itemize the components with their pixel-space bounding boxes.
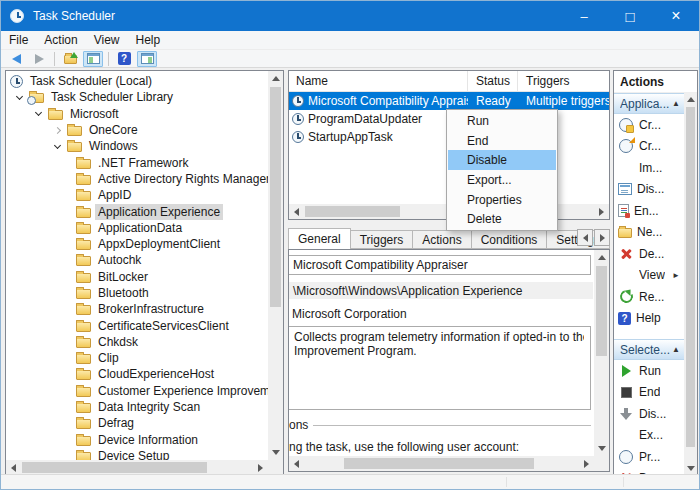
help-icon[interactable] — [114, 51, 134, 67]
section-header-application-experience[interactable]: Applica... ▲ — [614, 93, 684, 114]
tree-item-windows[interactable]: Windows — [6, 138, 268, 154]
tree-item[interactable]: BitLocker — [6, 269, 268, 285]
scrollbar-thumb[interactable] — [270, 87, 281, 307]
context-menu-delete[interactable]: Delete — [448, 209, 556, 229]
action-run[interactable]: Run — [614, 360, 684, 382]
tree-item-application-experience[interactable]: Application Experience — [6, 203, 268, 219]
action-delete-folder[interactable]: De... — [614, 243, 684, 265]
scroll-down-icon[interactable] — [594, 441, 609, 456]
tab-conditions[interactable]: Conditions — [472, 230, 548, 249]
column-header-status[interactable]: Status — [468, 71, 518, 91]
scroll-left-icon[interactable] — [289, 456, 304, 471]
back-icon[interactable] — [6, 51, 26, 67]
tree-item[interactable]: Clip — [6, 350, 268, 366]
scroll-down-icon[interactable] — [268, 445, 283, 460]
action-export[interactable]: Ex... — [614, 425, 684, 447]
tree-item[interactable]: Bluetooth — [6, 285, 268, 301]
scroll-up-icon[interactable] — [268, 71, 283, 86]
scroll-left-icon[interactable] — [289, 204, 304, 219]
scroll-right-icon[interactable] — [594, 204, 609, 219]
tree-item[interactable]: BrokerInfrastructure — [6, 301, 268, 317]
action-create-task[interactable]: Cr... — [614, 136, 684, 158]
scroll-right-icon[interactable] — [579, 456, 594, 471]
tree-item[interactable]: Active Directory Rights Management — [6, 171, 268, 187]
action-help[interactable]: Help — [614, 308, 684, 330]
task-scheduler-window: Task Scheduler – □ × FileActionViewHelp … — [0, 0, 700, 490]
scroll-left-icon[interactable] — [6, 460, 21, 475]
tree-item[interactable]: Customer Experience Improvement P — [6, 383, 268, 399]
scrollbar-thumb[interactable] — [344, 458, 534, 469]
tree-item[interactable]: ApplicationData — [6, 220, 268, 236]
tree-item-microsoft[interactable]: Microsoft — [6, 106, 268, 122]
tree-item-task-scheduler-library[interactable]: Task Scheduler Library — [6, 89, 268, 105]
tab-general[interactable]: General — [288, 228, 351, 249]
tree-item[interactable]: Device Setup — [6, 448, 268, 460]
tree-item[interactable]: Data Integrity Scan — [6, 399, 268, 415]
minimize-button[interactable]: – — [561, 1, 607, 31]
tab-actions[interactable]: Actions — [413, 230, 471, 249]
tree-item-task-scheduler-local[interactable]: Task Scheduler (Local) — [6, 73, 268, 89]
scroll-up-icon[interactable] — [684, 93, 697, 106]
column-header-triggers[interactable]: Triggers — [518, 71, 609, 91]
action-display-all-running-tasks[interactable]: Dis... — [614, 179, 684, 201]
tree-item[interactable]: Autochk — [6, 252, 268, 268]
action-label: Help — [636, 311, 661, 325]
scrollbar-thumb[interactable] — [596, 266, 607, 356]
action-new-folder[interactable]: Ne... — [614, 222, 684, 244]
tree-item[interactable]: .NET Framework — [6, 154, 268, 170]
menubar: FileActionViewHelp — [1, 31, 699, 50]
expander-icon[interactable] — [29, 112, 48, 115]
tree-item[interactable]: Chkdsk — [6, 334, 268, 350]
scroll-up-icon[interactable] — [594, 250, 609, 265]
action-disable[interactable]: Dis... — [614, 403, 684, 425]
context-menu-run[interactable]: Run — [448, 111, 556, 131]
action-view[interactable]: View ► — [614, 265, 684, 287]
task-author-field: Microsoft Corporation — [292, 307, 407, 321]
tree-item[interactable]: Device Information — [6, 432, 268, 448]
context-menu-export[interactable]: Export... — [448, 170, 556, 190]
menu-action[interactable]: Action — [36, 31, 85, 49]
expander-icon[interactable] — [48, 128, 67, 133]
tree-item[interactable]: Defrag — [6, 415, 268, 431]
column-header-name[interactable]: Name — [289, 71, 468, 91]
actions-pane: Actions Applica... ▲ Cr... Cr... Im... D… — [613, 70, 698, 476]
tree-item[interactable]: CertificateServicesClient — [6, 317, 268, 333]
menu-help[interactable]: Help — [128, 31, 169, 49]
action-create-basic-task[interactable]: Cr... — [614, 114, 684, 136]
menu-file[interactable]: File — [1, 31, 36, 49]
action-end[interactable]: End — [614, 382, 684, 404]
context-menu-disable[interactable]: Disable — [448, 150, 556, 170]
menu-view[interactable]: View — [86, 31, 128, 49]
scrollbar-thumb[interactable] — [22, 462, 207, 473]
scrollbar-thumb[interactable] — [305, 206, 400, 217]
tree-item[interactable]: AppxDeploymentClient — [6, 236, 268, 252]
scroll-right-icon[interactable] — [253, 460, 268, 475]
context-menu-end[interactable]: End — [448, 131, 556, 151]
action-icon — [618, 427, 634, 443]
show-console-tree-icon[interactable] — [83, 51, 103, 67]
tree-item[interactable]: CloudExperienceHost — [6, 366, 268, 382]
tab-triggers[interactable]: Triggers — [351, 230, 414, 249]
expander-icon[interactable] — [48, 145, 67, 148]
show-action-pane-icon[interactable] — [137, 51, 157, 67]
toolbar-separator — [54, 52, 55, 66]
close-button[interactable]: × — [653, 1, 699, 31]
tab-scroll-left-icon[interactable] — [577, 229, 593, 246]
tree-item-icon — [76, 305, 91, 315]
action-import-task[interactable]: Im... — [614, 157, 684, 179]
task-clock-icon — [292, 131, 304, 143]
task-row-microsoft-compatibility-appraiser[interactable]: Microsoft Compatibility Appraiser Ready … — [289, 92, 609, 110]
action-enable-task-history[interactable]: En... — [614, 200, 684, 222]
tree-item[interactable]: AppID — [6, 187, 268, 203]
forward-icon[interactable] — [29, 51, 49, 67]
maximize-button[interactable]: □ — [607, 1, 653, 31]
up-level-icon[interactable] — [60, 51, 80, 67]
action-icon — [618, 289, 634, 305]
action-properties[interactable]: Pr... — [614, 446, 684, 468]
tab-scroll-right-icon[interactable] — [594, 229, 610, 246]
section-header-selected-item[interactable]: Selecte... ▲ — [614, 339, 684, 360]
context-menu-properties[interactable]: Properties — [448, 190, 556, 210]
tree-item-onecore[interactable]: OneCore — [6, 122, 268, 138]
action-refresh[interactable]: Re... — [614, 286, 684, 308]
scrollbar-thumb[interactable] — [686, 107, 695, 447]
